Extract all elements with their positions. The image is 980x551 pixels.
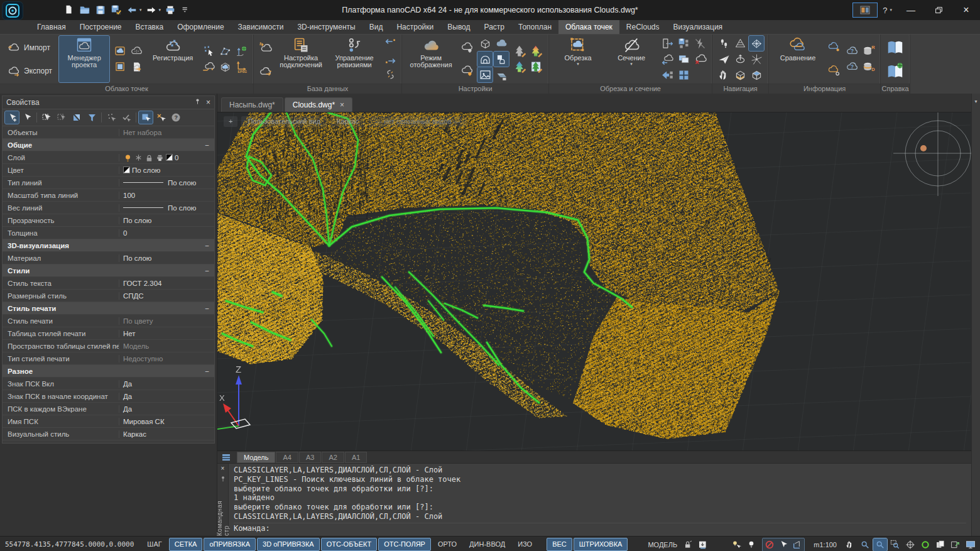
property-value[interactable]: ГОСТ 2.304: [119, 280, 214, 287]
ribbon-button-fly-grid[interactable]: [732, 36, 748, 51]
collapse-icon[interactable]: −: [205, 368, 209, 375]
ribbon-button-web[interactable]: [749, 52, 764, 67]
ribbon-tab-оформление[interactable]: Оформление: [170, 20, 231, 34]
toggle-вес[interactable]: ВЕС: [547, 538, 572, 551]
select-cursor-button[interactable]: [20, 111, 34, 124]
zoom-window-icon[interactable]: [873, 538, 887, 551]
ribbon-button-cloud-dense[interactable]: [129, 44, 144, 59]
selection-cursor-icon[interactable]: [776, 538, 790, 551]
ribbon-button-house-corner[interactable]: [494, 52, 509, 67]
ribbon-button-cloud-question[interactable]: ?: [844, 60, 859, 75]
ribbon-button-обрезка[interactable]: Обрезка▾: [553, 36, 603, 82]
help-button[interactable]: ?: [169, 111, 183, 124]
workspace-switch-button[interactable]: [852, 3, 878, 18]
layer-freeze-icon[interactable]: [134, 153, 143, 162]
close-icon[interactable]: ×: [206, 98, 210, 107]
toggle-изо[interactable]: ИЗО: [512, 538, 538, 551]
viewport-visual-style-control[interactable]: Каркас: [330, 116, 365, 127]
ribbon-tab-зависимости[interactable]: Зависимости: [231, 20, 291, 34]
save-button[interactable]: [94, 4, 107, 16]
ribbon-button-cloud-point[interactable]: [826, 40, 841, 55]
collapse-icon[interactable]: −: [205, 267, 209, 275]
layer-lock-icon[interactable]: [144, 153, 153, 162]
ribbon-button-cloud-bulb-on[interactable]: [459, 63, 474, 79]
ribbon-button-hand[interactable]: [716, 67, 731, 82]
properties-section-общие[interactable]: Общие−: [3, 139, 214, 151]
toggle-опривязка[interactable]: оПРИВЯЗКА: [204, 538, 256, 551]
chevron-down-icon[interactable]: ▾: [974, 99, 977, 104]
layout-tab-a1[interactable]: A1: [345, 452, 367, 463]
help-button[interactable]: ?▾: [878, 6, 897, 15]
close-button[interactable]: ×: [952, 1, 980, 20]
collapse-icon[interactable]: −: [205, 242, 209, 249]
select-rect-button[interactable]: [40, 111, 53, 124]
viewport-view-control[interactable]: Пользовательский вид: [241, 116, 326, 127]
select-points-button[interactable]: [104, 111, 118, 124]
ribbon-button-book-help[interactable]: [885, 37, 906, 58]
undo-button[interactable]: [126, 4, 138, 16]
ribbon-button-импорт[interactable]: Импорт: [4, 40, 56, 55]
new-file-button[interactable]: [63, 4, 75, 16]
ribbon-button-footprints[interactable]: [716, 36, 731, 51]
ribbon-button-менеджер-проекта[interactable]: Менеджер проекта: [59, 36, 109, 82]
regen-icon[interactable]: [918, 538, 932, 551]
ribbon-button-sync-out[interactable]: [383, 52, 398, 67]
zoom-icon[interactable]: [858, 538, 872, 551]
command-prompt[interactable]: Команда:: [234, 523, 966, 534]
ribbon-button-house-cloud[interactable]: [477, 52, 493, 67]
ribbon-button-cloud-ring[interactable]: [826, 63, 841, 79]
ribbon-button-экспорт[interactable]: Экспорт: [4, 63, 56, 79]
disable-indicator-icon[interactable]: [763, 538, 776, 551]
ribbon-button-cloud-undo[interactable]: [660, 52, 675, 67]
properties-section-разное[interactable]: Разное−: [3, 365, 214, 378]
ribbon-button-db-r[interactable]: R: [861, 44, 876, 59]
color-swatch[interactable]: [123, 166, 130, 173]
document-tab-clouds-dwg[interactable]: Clouds.dwg*×: [285, 97, 352, 112]
collapse-icon[interactable]: −: [205, 305, 209, 312]
command-history[interactable]: CLASSICLAYER,LA,LAYERS,ДИАЛСЛОЙ,СЛ,СЛОЙ …: [229, 464, 971, 536]
redo-button[interactable]: [145, 4, 158, 16]
fullscreen-icon[interactable]: [964, 538, 977, 551]
pan-icon[interactable]: [843, 538, 857, 551]
property-value[interactable]: По цвету: [119, 317, 214, 325]
ribbon-button-cube-wire[interactable]: [477, 36, 493, 51]
app-logo-icon[interactable]: [3, 2, 23, 19]
layout-tab-a3[interactable]: A3: [299, 452, 321, 463]
minimize-button[interactable]: —: [897, 1, 925, 20]
property-value[interactable]: Да: [119, 393, 214, 400]
ribbon-tab-3d-инструменты[interactable]: 3D-инструменты: [290, 20, 362, 34]
ribbon-button-points-network[interactable]: [217, 44, 232, 59]
maximize-button[interactable]: [925, 1, 952, 20]
annotation-scale-value[interactable]: m1:100: [808, 541, 842, 548]
property-value[interactable]: Да: [119, 405, 214, 413]
ribbon-button-настройка-подключений[interactable]: Настройка подключений: [276, 36, 326, 82]
print-button[interactable]: [164, 4, 177, 16]
filter-button[interactable]: [85, 111, 99, 124]
qat-customize-button[interactable]: [180, 4, 192, 16]
property-value[interactable]: СПДС: [119, 292, 214, 300]
ribbon-tab-построение[interactable]: Построение: [73, 20, 129, 34]
pin-icon[interactable]: [220, 474, 226, 485]
ribbon-button-tree-photo[interactable]: [529, 60, 544, 75]
toggle-отс-объект[interactable]: ОТС-ОБЪЕКТ: [321, 538, 377, 551]
toggle-штриховка[interactable]: ШТРИХОВКА: [574, 538, 628, 551]
ribbon-button-layers[interactable]: [494, 67, 509, 82]
ribbon-button-frame-orange[interactable]: [112, 60, 128, 75]
ribbon-button-images[interactable]: [676, 52, 691, 67]
undo-dropdown-icon[interactable]: ▾: [139, 8, 142, 13]
viewport-lock-icon[interactable]: [681, 538, 695, 551]
property-value[interactable]: Модель: [119, 342, 214, 350]
select-box-button[interactable]: [139, 111, 153, 124]
ribbon-button-axis-globe[interactable]: [234, 44, 249, 59]
ribbon-button-flash-off[interactable]: [692, 36, 707, 51]
property-value[interactable]: 0: [119, 153, 214, 162]
color-swatch[interactable]: [166, 154, 173, 161]
ribbon-button-tree-brush-rainbow[interactable]: [529, 44, 544, 59]
select-add-button[interactable]: [5, 111, 19, 124]
ribbon-button-cloud-page-export[interactable]: [129, 60, 144, 75]
ribbon-button-cloud-x-red[interactable]: [692, 52, 707, 67]
property-value[interactable]: Мировая СК: [119, 418, 214, 425]
ribbon-button-cloud-question[interactable]: ?: [844, 44, 859, 59]
ribbon-tab-главная[interactable]: Главная: [30, 20, 73, 34]
ribbon-button-cube-orange[interactable]: [732, 67, 748, 82]
